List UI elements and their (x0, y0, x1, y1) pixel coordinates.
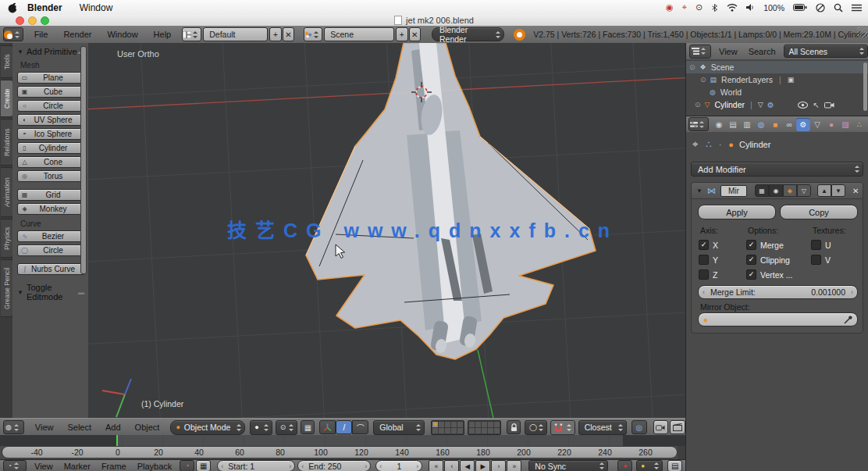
primitive-button[interactable]: ▦ Grid (17, 189, 85, 201)
jump-to-end-button[interactable]: » (507, 460, 521, 471)
next-keyframe-button[interactable]: › (491, 460, 506, 471)
axis-checkbox[interactable]: Y (699, 254, 718, 266)
outliner-menu-search[interactable]: Search (749, 47, 776, 56)
checkbox-icon[interactable] (699, 269, 709, 280)
primitive-button[interactable]: ▯ Cylinder (17, 142, 85, 154)
menu-help[interactable]: Help (154, 30, 172, 39)
shelf-tab-create[interactable]: Create (1, 80, 13, 117)
do-not-disturb-icon[interactable] (816, 3, 825, 12)
snap-toggle[interactable] (550, 420, 575, 435)
menubar-window-menu[interactable]: Window (80, 2, 113, 13)
current-frame-field[interactable]: ‹ 1 › (375, 460, 422, 471)
add-layout-button[interactable]: + (269, 27, 282, 41)
mirror-object-field[interactable]: ● (698, 312, 858, 326)
vp-menu-view[interactable]: View (35, 423, 54, 432)
scene-selector[interactable]: Scene (324, 27, 394, 41)
current-frame-line[interactable] (116, 435, 118, 446)
outliner-menu-view[interactable]: View (719, 47, 738, 56)
slider-right-arrow[interactable]: › (851, 288, 853, 296)
tl-menu-playback[interactable]: Playback (137, 462, 173, 471)
layers-block-1[interactable] (431, 420, 464, 435)
eyedropper-icon[interactable] (844, 316, 852, 324)
opengl-render-animation-button[interactable] (670, 420, 685, 434)
primitive-button[interactable]: △ Cone (17, 156, 85, 168)
pin-icon[interactable]: ⌖ (692, 138, 698, 151)
menubar-app-menu[interactable]: Blender (27, 2, 62, 13)
expand-triangle-icon[interactable]: ▼ (696, 187, 703, 194)
outliner-filter-selector[interactable]: All Scenes (784, 45, 868, 58)
checkbox-icon[interactable] (811, 255, 821, 265)
snap-target-selector[interactable]: Closest (578, 420, 627, 435)
primitive-button[interactable]: ◎ Torus (17, 170, 85, 182)
bluetooth-icon[interactable] (711, 3, 718, 12)
vp-menu-select[interactable]: Select (67, 423, 91, 432)
menu-window[interactable]: Window (107, 30, 137, 39)
object-tab[interactable]: ■ (768, 118, 782, 131)
modifier-editmode-toggle[interactable]: ◈ (783, 184, 797, 197)
translate-manipulator-toggle[interactable] (319, 420, 336, 434)
keying-grid-button[interactable]: ▦ (196, 460, 211, 471)
frame-end-field[interactable]: ‹ End: 250 › (297, 460, 371, 471)
copy-button[interactable]: Copy (780, 205, 858, 219)
vp-menu-object[interactable]: Object (135, 423, 160, 432)
axis-checkbox[interactable]: X (699, 239, 718, 251)
object-data-tab[interactable]: ▽ (810, 118, 824, 131)
record-target-icon[interactable]: ⊙ (695, 2, 703, 12)
primitive-button[interactable]: ∫ Nurbs Curve (17, 263, 85, 275)
use-preview-range-toggle[interactable]: ◔ (180, 460, 194, 471)
frame-start-field[interactable]: ‹ Start: 1 › (217, 460, 295, 471)
material-tab[interactable]: ● (824, 118, 838, 131)
layer-data-icon[interactable]: ▣ (788, 76, 795, 84)
primitive-button[interactable]: ▣ Cube (17, 86, 85, 98)
notification-center-icon[interactable] (852, 4, 862, 12)
pivot-align-toggle[interactable]: ▦ (301, 420, 315, 434)
modifiers-tab[interactable]: ⚙ (796, 118, 810, 131)
opengl-render-image-button[interactable] (653, 420, 669, 434)
jump-to-start-button[interactable]: « (429, 460, 443, 471)
move-modifier-down-button[interactable]: ▼ (831, 184, 845, 197)
wifi-icon[interactable] (727, 3, 738, 12)
tool-shelf-scrollbar[interactable] (80, 46, 87, 274)
apply-button[interactable]: Apply (698, 205, 776, 219)
menu-file[interactable]: File (34, 30, 48, 39)
window-titlebar[interactable]: jet mk2 006.blend (0, 15, 868, 27)
render-engine-selector[interactable]: Blender Render (432, 27, 504, 41)
modifier-render-toggle[interactable]: ▦ (755, 184, 769, 197)
layers-widget[interactable] (431, 420, 501, 435)
transform-orientation-selector[interactable]: Global (373, 420, 425, 435)
screen-layout-icon-button[interactable] (182, 27, 201, 41)
outliner-row-world[interactable]: ◍ World (686, 86, 868, 98)
axis-checkbox[interactable]: Z (699, 269, 718, 280)
snap-peel-toggle[interactable]: ◎ (631, 420, 647, 434)
selectability-icon[interactable]: ↖ (813, 101, 820, 109)
play-reverse-button[interactable]: ◀ (460, 460, 475, 471)
disclosure-icon[interactable]: ⊙ (695, 101, 701, 109)
modifier-name-field[interactable]: Mir (720, 185, 747, 197)
mesh-data-icon[interactable]: ▽ (758, 101, 763, 109)
editor-type-button[interactable] (3, 27, 23, 41)
checkbox-icon[interactable] (746, 255, 756, 265)
spotlight-icon[interactable] (834, 3, 843, 12)
scale-manipulator-toggle[interactable]: ⌒ (352, 420, 368, 434)
world-tab[interactable]: ◍ (754, 118, 768, 131)
shelf-tab-animation[interactable]: Animation (1, 167, 13, 217)
toggle-editmode-panel-header[interactable]: ▼ Toggle Editmode ▬ (12, 283, 88, 302)
modifier-wrench-icon[interactable]: ⚙ (767, 101, 774, 109)
screenshot-tool-icon[interactable]: ⌖ (682, 2, 687, 12)
volume-icon[interactable] (746, 3, 755, 12)
outliner-row-renderlayers[interactable]: ⊙ ▤ RenderLayers | ▣ (686, 73, 868, 86)
checkbox-icon[interactable] (699, 240, 709, 250)
mode-selector[interactable]: ● Object Mode (170, 420, 245, 435)
tl-menu-frame[interactable]: Frame (101, 462, 126, 471)
modifier-cage-toggle[interactable]: ▽ (797, 184, 811, 197)
modifier-visibility-toggle[interactable]: ◉ (769, 184, 783, 197)
prev-keyframe-button[interactable]: ‹ (444, 460, 459, 471)
primitive-button[interactable]: ▭ Plane (17, 72, 85, 84)
add-primitive-panel-header[interactable]: ▼ Add Primitive ▬ (12, 47, 88, 56)
primitive-button[interactable]: ◓ Ico Sphere (17, 128, 85, 140)
primitive-button[interactable]: ◯ Circle (17, 244, 85, 256)
sync-mode-selector[interactable]: No Sync (528, 460, 608, 471)
checkbox-icon[interactable] (746, 240, 756, 250)
checkbox-icon[interactable] (746, 269, 756, 280)
option-checkbox[interactable]: Merge (746, 239, 792, 251)
